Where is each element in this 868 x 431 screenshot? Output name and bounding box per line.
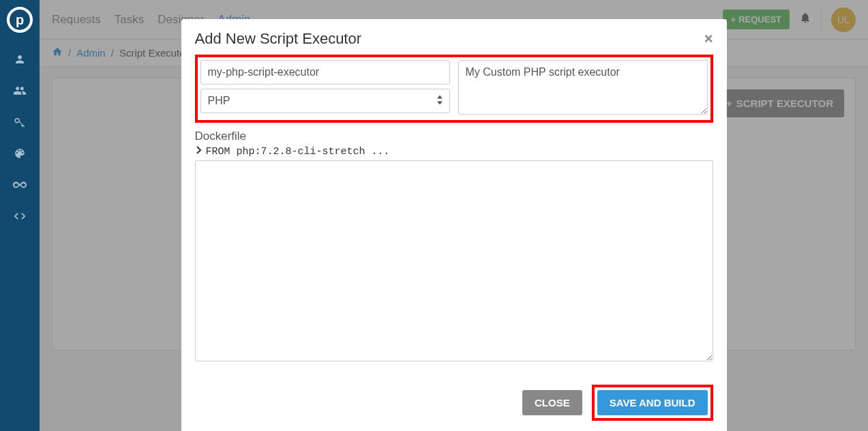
description-textarea[interactable] [458, 60, 708, 115]
dockerfile-label: Dockerfile [195, 130, 713, 143]
key-icon[interactable] [12, 115, 27, 130]
highlight-top-fields [195, 55, 713, 123]
save-and-build-button[interactable]: SAVE AND BUILD [597, 390, 708, 415]
modal-title: Add New Script Executor [195, 30, 362, 48]
chevron-right-icon [195, 146, 202, 158]
logo[interactable]: p [0, 0, 40, 40]
users-icon[interactable] [12, 83, 27, 98]
dockerfile-textarea[interactable] [195, 160, 713, 361]
modal: Add New Script Executor × Doc [181, 19, 727, 431]
infinity-icon[interactable] [12, 177, 27, 192]
executor-name-input[interactable] [200, 60, 450, 85]
close-button[interactable]: CLOSE [522, 390, 582, 415]
dockerfile-preview-text: FROM php:7.2.8-cli-stretch ... [206, 146, 390, 158]
language-select[interactable] [200, 89, 450, 113]
palette-icon[interactable] [12, 146, 27, 161]
highlight-save-button: SAVE AND BUILD [592, 385, 713, 421]
close-icon[interactable]: × [704, 30, 713, 48]
sidebar: p [0, 0, 40, 431]
code-icon[interactable] [12, 209, 27, 224]
dockerfile-preview-toggle[interactable]: FROM php:7.2.8-cli-stretch ... [195, 146, 713, 158]
user-icon[interactable] [12, 52, 27, 67]
